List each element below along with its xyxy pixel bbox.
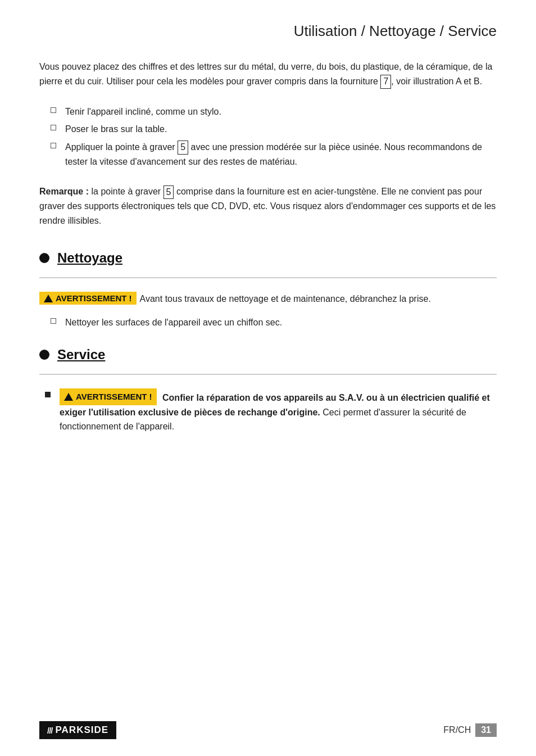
locale-label: FR/CH (443, 725, 471, 735)
usage-list: Tenir l'appareil incliné, comme un stylo… (51, 105, 497, 169)
square-bullet-icon (51, 125, 56, 130)
list-item-label: Tenir l'appareil incliné, comme un stylo… (65, 105, 221, 119)
ref-box-5-note: 5 (163, 185, 174, 199)
service-title: Service (57, 347, 105, 363)
page-number: 31 (475, 723, 497, 737)
service-warning-content: AVERTISSEMENT ! Confier la réparation de… (60, 388, 497, 434)
page: Utilisation / Nettoyage / Service Vous p… (0, 0, 536, 756)
black-square-icon (45, 392, 51, 397)
page-footer: /// PARKSIDE FR/CH 31 (0, 721, 536, 739)
page-title: Utilisation / Nettoyage / Service (294, 22, 497, 39)
ref-box-7: 7 (380, 75, 391, 88)
page-header: Utilisation / Nettoyage / Service (39, 22, 497, 40)
circle-bullet-icon (39, 253, 49, 263)
intro-text-after: , voir illustration A et B. (391, 76, 482, 86)
note-label: Remarque : (39, 187, 89, 196)
square-bullet-icon (51, 318, 56, 324)
note-text-before: la pointe à graver (89, 187, 163, 196)
nettoyage-heading: Nettoyage (39, 250, 497, 266)
list-item-label: Nettoyer les surfaces de l'appareil avec… (65, 315, 282, 330)
intro-paragraph: Vous pouvez placez des chiffres et des l… (39, 60, 497, 89)
list-item-label-3: Appliquer la pointe à graver 5 avec une … (65, 140, 497, 169)
warning-label: AVERTISSEMENT ! (76, 390, 152, 404)
list-item-label: Poser le bras sur la table. (65, 122, 167, 137)
list-item: Poser le bras sur la table. (51, 122, 497, 137)
service-warning-item: AVERTISSEMENT ! Confier la réparation de… (45, 388, 497, 434)
nettoyage-warning: AVERTISSEMENT ! Avant tous travaux de ne… (39, 292, 497, 306)
list-item: Appliquer la pointe à graver 5 avec une … (51, 140, 497, 169)
list-item: Tenir l'appareil incliné, comme un stylo… (51, 105, 497, 119)
parkside-logo: /// PARKSIDE (39, 721, 116, 739)
footer-page-info: FR/CH 31 (443, 723, 497, 737)
square-bullet-icon (51, 143, 56, 148)
warning-text: Avant tous travaux de nettoyage et de ma… (140, 292, 431, 306)
logo-text: PARKSIDE (56, 725, 109, 736)
nettoyage-list: Nettoyer les surfaces de l'appareil avec… (51, 315, 497, 330)
section-divider (39, 277, 497, 278)
ref-box-5-usage: 5 (178, 141, 188, 154)
warning-badge: AVERTISSEMENT ! (60, 388, 157, 405)
nettoyage-section: Nettoyage AVERTISSEMENT ! Avant tous tra… (39, 250, 497, 329)
warning-triangle-icon (64, 393, 73, 401)
warning-label: AVERTISSEMENT ! (56, 293, 132, 303)
circle-bullet-icon (39, 350, 49, 360)
service-section: Service AVERTISSEMENT ! Confier la répar… (39, 347, 497, 434)
section-divider (39, 374, 497, 375)
slash-marks-icon: /// (47, 726, 53, 735)
square-bullet-icon (51, 107, 56, 113)
warning-badge: AVERTISSEMENT ! (39, 292, 137, 305)
note-block: Remarque : la pointe à graver 5 comprise… (39, 184, 497, 228)
service-heading: Service (39, 347, 497, 363)
nettoyage-title: Nettoyage (57, 250, 122, 266)
list-item: Nettoyer les surfaces de l'appareil avec… (51, 315, 497, 330)
warning-triangle-icon (44, 295, 53, 302)
warning-row: AVERTISSEMENT ! Avant tous travaux de ne… (39, 292, 497, 306)
